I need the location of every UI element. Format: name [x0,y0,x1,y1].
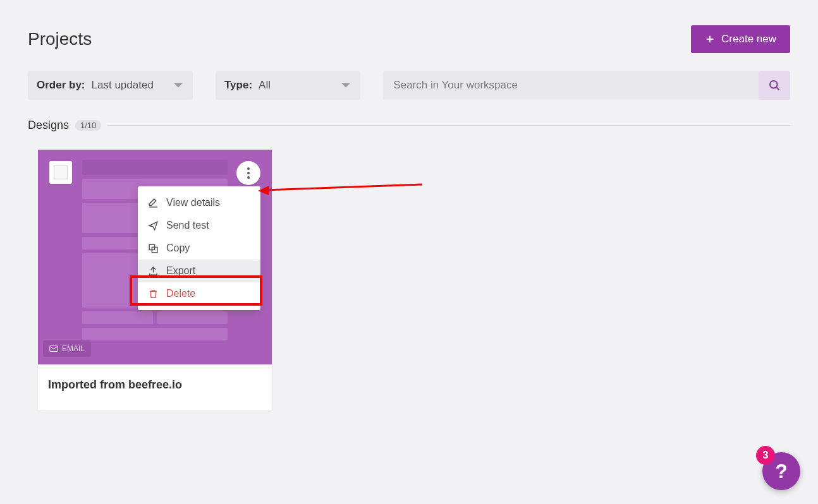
type-select[interactable]: Type: All [216,71,360,100]
search-button[interactable] [759,71,790,100]
svg-point-2 [770,81,778,88]
create-new-button[interactable]: Create new [691,25,790,53]
copy-icon [148,243,159,254]
context-menu: View details Send test Copy Export [138,186,260,310]
design-card[interactable]: EMAIL View details Send test Copy [38,150,272,411]
send-icon [148,220,159,231]
chevron-down-icon [174,83,183,88]
trash-icon [148,289,159,299]
pencil-icon [148,198,159,208]
svg-line-3 [776,87,779,90]
help-icon: ? [775,460,788,483]
type-value: All [259,79,271,92]
chevron-down-icon [341,83,350,88]
help-button[interactable]: ? 3 [762,452,800,490]
search-icon [768,79,781,92]
menu-view-details[interactable]: View details [138,191,260,214]
design-thumbnail: EMAIL View details Send test Copy [38,150,272,364]
order-by-value: Last updated [92,79,154,92]
order-by-label: Order by: [37,79,85,92]
mail-icon [49,345,58,352]
divider [107,125,790,126]
export-icon [148,266,159,277]
menu-copy[interactable]: Copy [138,237,260,260]
search-box [383,71,790,100]
menu-send-test[interactable]: Send test [138,214,260,237]
design-type-badge: EMAIL [43,340,91,357]
create-new-label: Create new [721,33,776,45]
select-checkbox[interactable] [49,161,72,184]
menu-export[interactable]: Export [138,260,260,282]
design-title: Imported from beefree.io [48,378,262,392]
type-label: Type: [224,79,252,92]
notification-badge: 3 [756,446,775,465]
menu-delete[interactable]: Delete [138,282,260,305]
page-title: Projects [28,29,92,49]
section-count-badge: 1/10 [75,120,101,131]
order-by-select[interactable]: Order by: Last updated [28,71,193,100]
section-label: Designs [28,119,69,132]
search-input[interactable] [383,71,759,99]
more-vertical-icon [247,167,250,179]
plus-icon [705,34,715,44]
more-actions-button[interactable] [236,161,260,185]
